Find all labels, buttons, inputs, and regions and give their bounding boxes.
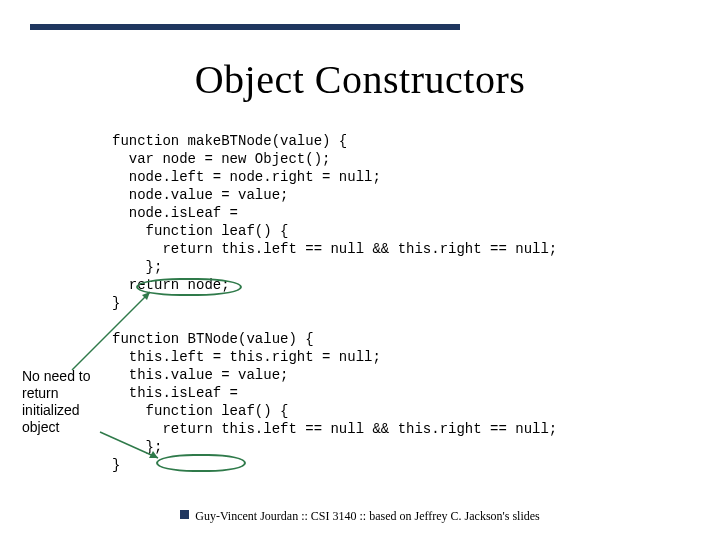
accent-rule (30, 24, 460, 30)
footer-bullet-icon (180, 510, 189, 519)
slide-title: Object Constructors (0, 56, 720, 103)
slide-footer: Guy-Vincent Jourdan :: CSI 3140 :: based… (0, 509, 720, 524)
footer-text: Guy-Vincent Jourdan :: CSI 3140 :: based… (195, 509, 540, 523)
callout-oval-empty-return (156, 454, 246, 472)
code-block: function makeBTNode(value) { var node = … (112, 132, 557, 474)
annotation-text: No need to return initialized object (22, 368, 112, 436)
callout-oval-return-node (136, 278, 242, 296)
